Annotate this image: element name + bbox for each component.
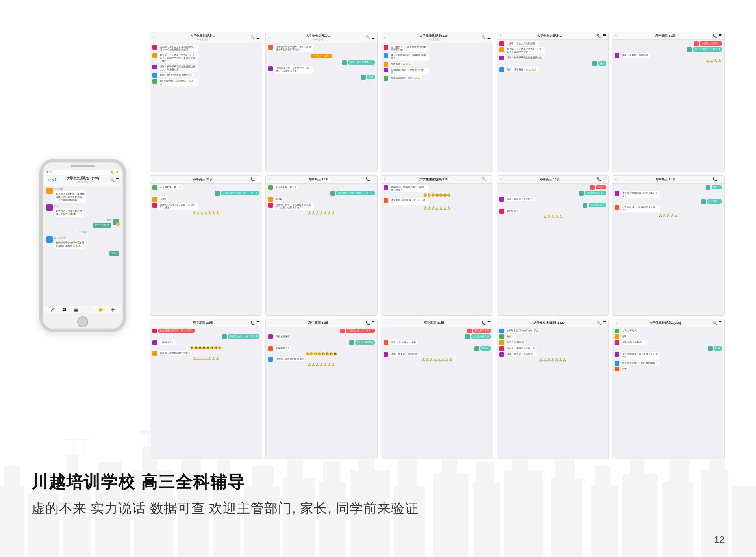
ss-message: 喜悦！ <box>384 346 491 351</box>
phone-status-bar: 9:41 📶 🔋 <box>44 170 121 175</box>
emoji-icon[interactable]: 😊 <box>98 308 103 312</box>
ss-message: 沙翠 好的人多 从来来客 <box>384 340 491 345</box>
ss-menu-icon: ☰ <box>719 34 722 38</box>
ss-call-icon: 📞 <box>366 177 370 181</box>
phone-notch <box>71 165 94 167</box>
ss-message: 你知道让我放心，感谢你！张老师！ <box>384 68 491 75</box>
ss-search-icon: 🔍 <box>366 35 370 39</box>
ss-call-icon: 📞 <box>250 321 255 325</box>
ss-header: ＜ 大学生生涯规划...(329) 🔍 ☰ <box>612 319 724 327</box>
ss-call-icon: 📞 <box>597 34 601 38</box>
screenshot-3-5: ＜ 大学生生涯规划...(329) 🔍 ☰ @马儿 可以吧 <box>612 319 724 459</box>
menu-icon[interactable]: ☰ <box>116 178 119 182</box>
ss-menu-icon: ☰ <box>487 321 491 325</box>
ss-search-icon: 🔍 <box>597 321 601 325</box>
ss-message: 谢谢，张老师一直的陪伴！ <box>499 352 606 357</box>
ss-message: 我们告诉他们，感谢保佑！🙏🙏🙏 <box>152 79 259 86</box>
ss-header: ＜ 邓中高三 11班 📞 ☰ <box>612 32 724 40</box>
file-icon[interactable]: 📄 <box>86 308 91 312</box>
ss-menu-icon: ☰ <box>372 35 375 39</box>
top-area: 9:41 📶 🔋 ＜ 50 大学生生涯规划...(329) 284人员组 🔍 ☰ <box>32 32 724 459</box>
screenshot-2-4: ＜ 邓中高三 11班 📞 ☰ 你好！ <box>497 175 609 316</box>
ss-message: 好的，我心里最快乐。 <box>268 60 375 65</box>
ss-message: 是的，感谢谢你！🙏🙏🙏🙏 <box>499 67 606 72</box>
ss-search-icon: 🔍 <box>482 35 486 39</box>
ss-message: 你们是以前这么... <box>499 191 606 196</box>
phone-home-button[interactable] <box>77 316 88 327</box>
phone-volume-down <box>39 201 40 209</box>
ss-header: ＜ 大学生生涯规划... 284人员组 🔍 ☰ <box>150 32 262 43</box>
ss-message: 同学天天交华心，直以自己的好！ <box>615 361 722 366</box>
ss-message: 今天再把第三卷一下 <box>152 185 259 190</box>
phone-bottom-bar: 🎤 🖼 📷 📄 😊 ➕ <box>44 306 121 313</box>
ss-message: 告诉乐宝 谢你们 <box>499 340 606 345</box>
ss-message: 张老师，谢谢您的耐心指导！ <box>268 357 375 362</box>
ss-message: 杨老师，王子杰考了537分，上飞行了，很感您的帮忙，要看看你能不能！ <box>152 53 259 63</box>
chat-message: 师 张老师 @宁宇妈妈 嗯 <box>93 219 119 228</box>
ss-body: 不管适么说，儿子多了！ 我就最不像嗯 您们是以聊天版 <box>266 327 378 459</box>
ss-message: 你的前沿已经感觉大学开出的根据，感谢！ <box>384 185 491 192</box>
ss-message: 谢谢 <box>615 334 722 339</box>
screenshot-2-1: ＜ 邓中高三 11班 📞 ☰ 今天再把第三卷一下 <box>150 175 262 316</box>
ss-message: 张老师，你好！女儿录取的吉林大学，感谢，让我非常心了！ <box>268 203 375 210</box>
ss-menu-icon: ☰ <box>256 35 259 39</box>
ss-message: @马儿 可以吧 <box>615 329 722 333</box>
ss-menu-icon: ☰ <box>487 35 491 39</box>
chat-bubble: @宁宇妈妈 嗯 <box>93 223 111 228</box>
chat-bubble: 如果是上了提档线，没有被录取，很快就会退档然后下一个志愿继续投档啊 <box>54 191 86 203</box>
ss-body: 今天再把第三卷一下 目前电报里里是这样呢，一卷一下 HAOE 张老师， <box>150 184 262 316</box>
add-icon[interactable]: ➕ <box>111 308 115 312</box>
ss-message: 太感谢，真的以后在真感恩... <box>499 41 606 46</box>
ss-message: 张老师，你好！女儿录取的吉林大学，感谢！ <box>152 203 259 210</box>
ss-body: @马儿 可以吧 谢谢 感谢老师 放你新新！ 哈哈 <box>612 327 724 459</box>
ss-message: 谢谢，张老师一直的陪伴！ <box>384 352 491 357</box>
phone-time: 9:41 <box>46 171 52 174</box>
image-icon[interactable]: 🖼 <box>63 308 66 312</box>
ss-message: 您们是以聊天版 <box>384 334 491 339</box>
ss-body: 以川越培育了...谢谢感谢专业的老师帮我们的！ 孩子们都在看到了，感谢本门的帮助… <box>381 43 493 172</box>
ss-message: 孩子们都在看到了，感谢本门的帮助！ <box>384 53 491 60</box>
screenshot-2-3: ＜ 大学生生涯规划(329) 🔍 ☰ 你的前沿已经感觉大学开出的根据，感谢！ <box>381 175 493 316</box>
ss-message: 以川越培育了...谢谢感谢专业的老师帮我们的！ <box>384 45 491 52</box>
ss-header: ＜ 邓中高三 11班 📞 ☰ <box>381 319 493 327</box>
ss-message: 我就最不像嗯 <box>268 334 375 339</box>
chat-sender: 马儿 <box>54 204 84 208</box>
phone-chat-header: ＜ 50 大学生生涯规划...(329) 284人员组 🔍 ☰ <box>44 175 121 186</box>
ss-message: 孩好有这么多同班，阿才全部还是多？ <box>615 191 722 198</box>
ss-message: 活么人，感觉过去了呢，乐 <box>499 346 606 351</box>
ss-menu-icon: ☰ <box>372 321 375 325</box>
ss-header: ＜ 大学生生涯规划... 284人员组 🔍 ☰ <box>266 32 378 43</box>
ss-body: 你的前沿已经感觉大学开出的根据，感谢！ 😊😊😊😊😊😊😊 沐沐妈妈: 不太敢说，大… <box>381 184 493 316</box>
ss-body: 你好！ 你们是以前这么... 谢谢，张老师一直的陪伴！ 你们是以前！ <box>497 184 609 316</box>
screenshot-2-5: ＜ 邓中高三 11班 📞 ☰ 你好！ <box>612 175 724 316</box>
ss-menu-icon: ☰ <box>256 321 259 325</box>
phone-chat-title: 大学生生涯规划...(329) <box>57 176 109 180</box>
ss-message: 张老师，谢谢您的耐心指导！ <box>152 351 259 356</box>
ss-call-icon: 📞 <box>597 177 601 181</box>
ss-back: ＜ <box>152 35 155 39</box>
screenshot-2-2: ＜ 邓中高三 11班 📞 ☰ 今天再把第三卷一下 <box>265 175 378 316</box>
svg-rect-1 <box>4 466 20 557</box>
ss-header: ＜ 邓中高三 11班 📞 ☰ <box>150 176 262 184</box>
ss-body: 太感谢，真的以后在真感恩... 杨老师，王子杰考了537分，上飞行了！很感您的帮… <box>497 40 609 172</box>
microphone-icon[interactable]: 🎤 <box>50 308 55 312</box>
chat-bubble: 真的很感谢张老师一直的陪伴和耐心地解答🙏🙏🙏 <box>54 240 86 249</box>
ss-message: 好的！ <box>499 334 606 339</box>
chat-time: 下午3:11 <box>46 230 119 234</box>
camera-icon[interactable]: 📷 <box>74 308 78 312</box>
ss-header: ＜ 大学生生涯规划(329) 🔍 ☰ <box>381 176 493 184</box>
ss-message: 哈哈 <box>615 367 722 371</box>
ss-message: 杨老师，王子杰考了537分，上飞行了！很感您的帮忙！ <box>499 47 606 54</box>
ss-body: 你是最么理想吧！ 你们是以前这么...嗯是以 谢谢，张老师一直的陪伴 🙏🙏🙏🙏 <box>612 40 724 172</box>
ss-menu-icon: ☰ <box>603 177 606 181</box>
search-icon[interactable]: 🔍 <box>110 178 115 182</box>
ss-message: 今天再把第三卷一下 <box>268 185 375 190</box>
ss-message: 感谢保佑！🙏🙏🙏 <box>384 62 491 67</box>
back-arrow[interactable]: ＜ 50 <box>46 177 56 183</box>
ss-message: 这其老师感谢，是乃新做了！问你一样 <box>615 352 722 359</box>
ss-search-icon: 🔍 <box>713 321 717 325</box>
page-number: 12 <box>714 534 724 545</box>
svg-rect-40 <box>732 486 756 557</box>
screenshot-1-1: ＜ 大学生生涯规划... 284人员组 🔍 ☰ 太感谢 <box>150 32 262 172</box>
screenshots-grid: ＜ 大学生生涯规划... 284人员组 🔍 ☰ 太感谢 <box>150 32 724 459</box>
